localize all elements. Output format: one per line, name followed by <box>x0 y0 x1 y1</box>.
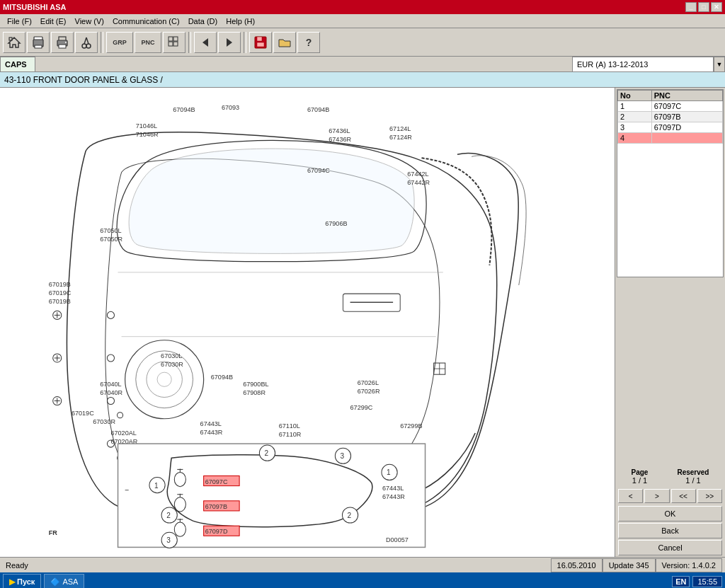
table-row[interactable]: 1 67097C <box>618 101 723 112</box>
minimize-button[interactable]: _ <box>685 2 697 12</box>
table-row[interactable]: 3 67097D <box>618 122 723 133</box>
diagram-area[interactable]: 67094B 67093 67094B 71046L 71046R 67436L… <box>0 88 615 557</box>
ok-button[interactable]: OK <box>618 506 722 521</box>
toolbar-separator-2 <box>188 32 191 53</box>
svg-rect-7 <box>59 45 66 48</box>
svg-text:67097B: 67097B <box>205 503 227 510</box>
menu-view[interactable]: View (V) <box>71 16 108 27</box>
menu-file[interactable]: File (F) <box>3 16 36 27</box>
row-pnc: 67097C <box>651 101 722 112</box>
svg-text:67094B: 67094B <box>211 374 233 381</box>
save-button[interactable] <box>249 32 272 53</box>
taskbar: ▶ Пуск 🔷 ASA EN 15:55 <box>0 572 725 588</box>
svg-text:67030R: 67030R <box>161 361 183 368</box>
toolbar-separator-1 <box>101 32 103 53</box>
table-row[interactable]: 2 67097B <box>618 112 723 122</box>
taskbar-right: EN 15:55 <box>672 576 722 587</box>
reserved-value: 1 / 1 <box>677 476 709 485</box>
folder-button[interactable] <box>273 32 296 53</box>
reserved-label: Reserved <box>677 468 709 476</box>
svg-text:67097C: 67097C <box>205 478 228 485</box>
svg-text:67026R: 67026R <box>358 388 380 395</box>
svg-text:67436R: 67436R <box>329 136 351 143</box>
cut-button[interactable] <box>75 32 98 53</box>
svg-text:67299C: 67299C <box>350 404 373 411</box>
menu-edit[interactable]: Edit (E) <box>36 16 71 27</box>
row-pnc: 67097D <box>651 122 722 133</box>
svg-text:67093: 67093 <box>222 104 239 111</box>
parts-table: No PNC 1 67097C 2 67097B 3 67097 <box>617 89 724 277</box>
table-row-selected[interactable]: 4 <box>618 133 723 144</box>
language-badge: EN <box>672 576 690 587</box>
svg-point-34 <box>118 413 123 418</box>
svg-text:67040R: 67040R <box>100 389 122 396</box>
caps-badge: CAPS <box>0 57 35 72</box>
nav-buttons: < > << >> <box>615 488 725 505</box>
print-preview-button[interactable] <box>27 32 50 53</box>
svg-point-9 <box>82 44 86 48</box>
svg-text:67020AL: 67020AL <box>110 430 136 437</box>
svg-point-10 <box>86 44 91 48</box>
row-pnc <box>651 133 722 144</box>
svg-text:2: 2 <box>264 449 268 457</box>
svg-text:67110L: 67110L <box>279 422 300 430</box>
print-button[interactable] <box>51 32 74 53</box>
back-button[interactable]: Back <box>618 523 722 538</box>
grid-button[interactable] <box>163 32 185 53</box>
svg-rect-14 <box>173 37 178 41</box>
svg-rect-16 <box>173 42 178 46</box>
svg-text:67443L: 67443L <box>382 485 404 492</box>
page-value: 1 / 1 <box>632 476 649 485</box>
svg-text:2: 2 <box>348 512 352 519</box>
svg-marker-18 <box>227 38 232 47</box>
next-page-button[interactable]: > <box>644 489 669 503</box>
svg-text:67900BL: 67900BL <box>243 381 268 388</box>
svg-text:67906B: 67906B <box>325 220 347 227</box>
eur-dropdown[interactable]: ▼ <box>714 57 725 72</box>
svg-rect-21 <box>257 42 264 47</box>
first-page-button[interactable]: << <box>671 489 696 503</box>
menu-communication[interactable]: Communication (C) <box>108 16 184 27</box>
svg-text:67442R: 67442R <box>407 179 430 186</box>
toolbar-separator-3 <box>244 32 246 53</box>
row-no: 2 <box>618 112 652 122</box>
svg-text:67019C: 67019C <box>72 410 94 417</box>
last-page-button[interactable]: >> <box>697 489 722 503</box>
svg-text:D00057: D00057 <box>386 536 409 543</box>
page-info: Page 1 / 1 Reserved 1 / 1 <box>615 466 725 488</box>
svg-text:3: 3 <box>340 452 344 460</box>
info-bar: CAPS EUR (A) 13-12-2013 ▼ <box>0 57 725 72</box>
next-button[interactable] <box>218 32 241 53</box>
eur-info: EUR (A) 13-12-2013 <box>572 57 714 72</box>
svg-text:67026L: 67026L <box>358 379 379 386</box>
start-button[interactable]: ▶ Пуск <box>3 574 41 588</box>
svg-text:67442L: 67442L <box>407 171 428 178</box>
help-button[interactable]: ? <box>297 32 320 53</box>
svg-line-11 <box>84 38 86 44</box>
svg-point-32 <box>107 397 114 404</box>
cancel-button[interactable]: Cancel <box>618 540 722 555</box>
pnc-button[interactable]: PNC <box>135 32 161 53</box>
action-buttons: OK Back Cancel <box>615 505 725 557</box>
row-no: 1 <box>618 101 652 112</box>
svg-text:67050R: 67050R <box>100 236 122 243</box>
home-button[interactable] <box>3 32 25 53</box>
svg-text:67443L: 67443L <box>200 420 222 427</box>
svg-text:3: 3 <box>166 536 171 544</box>
row-no: 4 <box>618 133 652 144</box>
svg-line-12 <box>86 38 89 44</box>
svg-text:67124R: 67124R <box>389 134 412 141</box>
status-update: Update 345 <box>603 558 656 572</box>
prev-button[interactable] <box>194 32 217 53</box>
group-button[interactable]: GRP <box>106 32 133 53</box>
svg-text:67443R: 67443R <box>200 429 223 436</box>
taskbar-asa[interactable]: 🔷 ASA <box>44 574 84 588</box>
menu-help[interactable]: Help (H) <box>222 16 259 27</box>
svg-point-30 <box>107 311 114 318</box>
close-button[interactable]: ✕ <box>711 2 722 12</box>
prev-page-button[interactable]: < <box>618 489 643 503</box>
menu-data[interactable]: Data (D) <box>184 16 222 27</box>
svg-rect-1 <box>9 38 12 40</box>
window-controls[interactable]: _ □ ✕ <box>685 2 722 12</box>
restore-button[interactable]: □ <box>698 2 709 12</box>
